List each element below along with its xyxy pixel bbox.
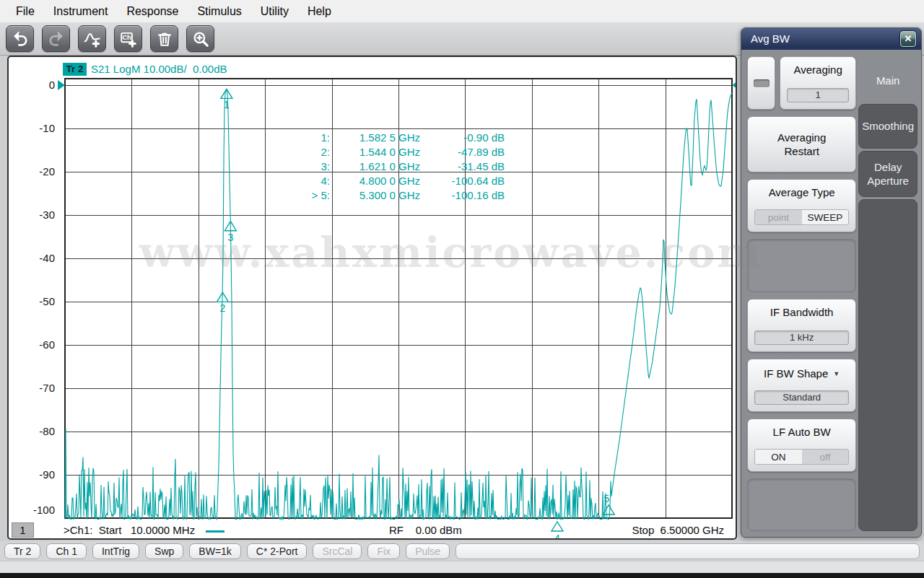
averaging-button[interactable]: Averaging 1 (780, 56, 856, 110)
status-button-fix: Fix (367, 543, 400, 559)
trace-marker-1[interactable]: 1 (221, 89, 232, 110)
y-tick-label: -100 (14, 504, 55, 517)
zoom-in-icon (191, 30, 210, 48)
marker-row-val: -100.16 dB (420, 188, 505, 203)
averaging-toggle-button[interactable] (747, 56, 775, 110)
close-icon[interactable]: ✕ (900, 31, 916, 47)
undo-button[interactable] (6, 25, 34, 52)
marker-row-val: -31.45 dB (420, 159, 505, 174)
y-tick-label: -50 (14, 295, 55, 308)
average-type-point-option[interactable]: point (755, 210, 802, 224)
lf-auto-bw-label: LF Auto BW (748, 426, 855, 438)
plot-area[interactable]: 12345 (9, 57, 737, 540)
rf-power-label[interactable]: RF 0.00 dBm (389, 524, 462, 536)
y-tick-label: -80 (14, 425, 55, 438)
menu-item-instrument[interactable]: Instrument (44, 0, 118, 22)
status-button-pulse: Pulse (406, 543, 450, 559)
svg-text:3: 3 (227, 232, 233, 243)
stimulus-start-label[interactable]: >Ch1: Start 10.0000 MHz (64, 524, 195, 536)
svg-text:Ch: Ch (122, 34, 131, 41)
marker-row-freq: 1.621 0 GHz (330, 159, 420, 174)
marker-row-freq: 4.800 0 GHz (330, 174, 420, 188)
add-channel-icon: Ch (119, 30, 138, 48)
undo-icon (11, 30, 30, 48)
status-button-inttrig[interactable]: IntTrig (92, 543, 139, 559)
menu-item-stimulus[interactable]: Stimulus (188, 0, 250, 22)
redo-button (42, 25, 70, 52)
panel-tabs-column: Main Smoothing Delay Aperture (858, 56, 918, 531)
panel-buttons-column: Averaging 1 Averaging Restart Average Ty… (747, 56, 856, 531)
status-button-tr-2[interactable]: Tr 2 (4, 543, 40, 559)
tab-column-filler (858, 199, 918, 531)
status-button-srccal: SrcCal (313, 543, 362, 559)
averaging-row: Averaging 1 (747, 56, 856, 110)
lf-auto-bw-off-option[interactable]: off (802, 450, 849, 464)
average-type-toggle: point SWEEP (754, 209, 849, 225)
y-tick-label: -10 (14, 122, 55, 135)
status-strip (0, 561, 924, 573)
marker-row-freq: 5.300 0 GHz (330, 188, 420, 203)
averaging-label: Averaging (780, 64, 855, 76)
dropdown-arrow-icon: ▼ (833, 370, 840, 377)
averaging-restart-button[interactable]: Averaging Restart (747, 116, 856, 172)
panel-body: Averaging 1 Averaging Restart Average Ty… (741, 50, 921, 537)
y-tick-label: 0 (14, 79, 55, 92)
lf-auto-bw-on-option[interactable]: ON (755, 450, 802, 464)
menu-item-file[interactable]: File (6, 0, 44, 22)
window-bottom-edge (0, 573, 924, 578)
marker-row-freq: 1.582 5 GHz (330, 131, 420, 145)
add-trace-icon (83, 30, 102, 48)
trace-badge[interactable]: Tr 2 (63, 63, 87, 76)
tab-smoothing[interactable]: Smoothing (858, 104, 918, 149)
tab-main[interactable]: Main (858, 56, 918, 104)
trace-marker-4[interactable]: 4 (552, 522, 563, 540)
trace-color-swatch (206, 530, 225, 533)
marker-row-n: 3: (287, 159, 330, 174)
svg-text:5: 5 (603, 493, 609, 504)
ref-level-right-icon (732, 80, 737, 90)
average-type-sweep-option[interactable]: SWEEP (802, 210, 849, 224)
marker-row-val: -0.90 dB (420, 131, 505, 145)
marker-row-freq: 1.544 0 GHz (330, 145, 420, 159)
zoom-in-button[interactable] (186, 25, 214, 52)
avg-bw-panel: Avg BW ✕ Averaging 1 Averaging Restart A… (741, 27, 922, 538)
marker-row-n: > 5: (287, 188, 330, 203)
channel-badge[interactable]: 1 (12, 522, 34, 538)
status-button-ch-1[interactable]: Ch 1 (46, 543, 87, 559)
marker-row-n: 1: (287, 131, 330, 145)
y-tick-label: -30 (14, 209, 55, 222)
marker-row-n: 2: (287, 145, 330, 159)
delete-icon (155, 30, 174, 48)
y-tick-label: -70 (14, 382, 55, 395)
average-type-button[interactable]: Average Type point SWEEP (747, 179, 856, 232)
tab-delay-aperture[interactable]: Delay Aperture (858, 151, 918, 197)
add-channel-button[interactable]: Ch (114, 25, 142, 52)
menu-item-utility[interactable]: Utility (251, 0, 298, 22)
trace-header: S21 LogM 10.00dB/ 0.00dB (91, 63, 227, 75)
status-button-c-2-port[interactable]: C* 2-Port (247, 543, 308, 559)
if-bandwidth-button[interactable]: IF Bandwidth 1 kHz (747, 299, 856, 352)
stimulus-stop-label[interactable]: Stop 6.50000 GHz (632, 524, 724, 536)
marker-row-val: -47.89 dB (420, 145, 505, 159)
if-bw-shape-header: IF BW Shape ▼ (748, 367, 855, 380)
averaging-value: 1 (787, 88, 849, 102)
status-empty-slot (456, 543, 920, 559)
add-trace-button[interactable] (78, 25, 106, 52)
panel-title-text: Avg BW (751, 32, 790, 45)
svg-text:1: 1 (224, 99, 230, 110)
empty-button-slot (747, 478, 856, 531)
marker-row-val: -100.64 dB (420, 174, 505, 188)
status-button-bw-1k[interactable]: BW=1k (189, 543, 241, 559)
svg-text:2: 2 (220, 302, 226, 314)
lf-auto-bw-button[interactable]: LF Auto BW ON off (747, 419, 856, 472)
trace-marker-5[interactable]: 5 (603, 493, 614, 514)
marker-row-n: 4: (287, 174, 330, 188)
ref-level-left-icon (58, 80, 65, 90)
menu-item-response[interactable]: Response (117, 0, 188, 22)
if-bw-shape-button[interactable]: IF BW Shape ▼ Standard (747, 359, 856, 412)
y-tick-label: -40 (14, 252, 55, 265)
menu-item-help[interactable]: Help (298, 0, 341, 22)
svg-text:4: 4 (554, 533, 560, 540)
delete-button[interactable] (150, 25, 178, 52)
status-button-swp[interactable]: Swp (145, 543, 183, 559)
